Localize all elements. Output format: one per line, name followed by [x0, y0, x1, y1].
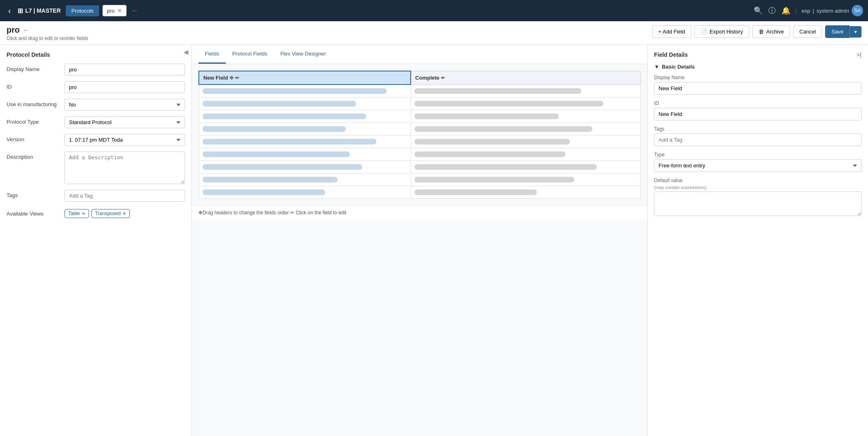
col1-header[interactable]: New Field ✥ ✏	[199, 71, 411, 85]
col1-cell[interactable]	[199, 148, 411, 161]
display-name-input[interactable]	[65, 64, 185, 76]
table-row[interactable]	[199, 161, 641, 174]
middle-panel: Fields Protocol Fields Flex View Designe…	[192, 45, 648, 436]
col1-cell[interactable]	[199, 136, 411, 148]
archive-button[interactable]: 🗑 Archive	[752, 25, 790, 38]
col1-cell[interactable]	[199, 123, 411, 136]
remove-table-view-icon[interactable]: ✕	[82, 211, 85, 216]
field-detail-type-label: Type	[654, 152, 861, 158]
subheader: pro ← Click and drag to edit or reorder …	[0, 21, 868, 45]
view-tag-table[interactable]: Table ✕	[65, 209, 89, 218]
tags-input[interactable]	[65, 190, 185, 202]
col2-cell	[411, 161, 640, 174]
app-logo: ⊞ L7 | MASTER	[18, 7, 61, 15]
protocols-tab[interactable]: Protocols	[66, 5, 99, 16]
col2-header-icons[interactable]: ✏	[441, 75, 445, 81]
user-label: esp	[801, 8, 810, 14]
table-row[interactable]	[199, 85, 641, 98]
col2-header[interactable]: Complete ✏	[411, 71, 640, 85]
table-row[interactable]	[199, 148, 641, 161]
user-section: esp | system admin SA	[801, 5, 863, 16]
back-button[interactable]: ‹	[5, 4, 14, 18]
nav-icon-group: 🔍 ⓘ 🔔	[754, 6, 790, 16]
page-title-row: pro ←	[7, 25, 88, 35]
available-views-row: Available Views Table ✕ Transposed ✕	[7, 207, 185, 218]
fields-preview-table: New Field ✥ ✏ Complete ✏	[198, 71, 641, 199]
help-icon[interactable]: ⓘ	[768, 6, 776, 16]
fields-table-area: New Field ✥ ✏ Complete ✏	[192, 64, 647, 205]
remove-transposed-view-icon[interactable]: ✕	[122, 211, 126, 216]
col1-cell[interactable]	[199, 110, 411, 123]
view-tag-transposed[interactable]: Transposed ✕	[91, 209, 130, 218]
main-content: Protocol Details ◀| Display Name ID Use …	[0, 45, 868, 436]
collapse-left-panel-icon[interactable]: ◀|	[184, 49, 189, 55]
export-history-button[interactable]: 📄 Export History	[694, 25, 749, 38]
close-tab-icon[interactable]: ✕	[117, 7, 122, 14]
tags-label: Tags	[7, 190, 60, 198]
default-value-subtext: (may contain expressions)	[654, 185, 861, 190]
field-detail-display-name-label: Display Name	[654, 75, 861, 80]
table-row[interactable]	[199, 123, 641, 136]
version-select[interactable]: 1. 07:17 pm MDT Toda	[65, 134, 185, 146]
tab-protocol-fields[interactable]: Protocol Fields	[226, 45, 274, 64]
id-input[interactable]	[65, 81, 185, 93]
description-textarea[interactable]	[65, 151, 185, 184]
col2-cell	[411, 85, 640, 98]
expand-right-panel-button[interactable]: >|	[857, 51, 861, 58]
tabs-bar: Fields Protocol Fields Flex View Designe…	[192, 45, 647, 64]
field-detail-default-value-input[interactable]	[654, 191, 861, 216]
col1-cell[interactable]	[199, 186, 411, 199]
use-in-manufacturing-row: Use in manufacturing No Yes	[7, 99, 185, 111]
drag-hint: ✥Drag headers to change the fields order…	[192, 205, 647, 220]
cancel-button[interactable]: Cancel	[793, 25, 822, 38]
logo-text: L7 | MASTER	[25, 7, 61, 14]
table-row[interactable]	[199, 174, 641, 186]
pencil-icon: ✏	[290, 210, 294, 216]
table-row[interactable]	[199, 110, 641, 123]
col1-cell[interactable]	[199, 85, 411, 98]
add-field-button[interactable]: + Add Field	[652, 25, 691, 38]
section-toggle-icon[interactable]: ▼	[654, 64, 659, 70]
tab-flex-view-designer[interactable]: Flex View Designer	[274, 45, 333, 64]
field-detail-type-select[interactable]: Free-form text entry	[654, 159, 861, 172]
save-dropdown-arrow[interactable]: ▼	[850, 26, 861, 38]
col2-cell	[411, 186, 640, 199]
field-detail-default-value-row: Default value (may contain expressions)	[654, 178, 861, 217]
pro-tab[interactable]: pro ✕	[102, 5, 127, 16]
use-in-manufacturing-select[interactable]: No Yes	[65, 99, 185, 111]
col2-cell	[411, 148, 640, 161]
save-button[interactable]: Save	[825, 25, 850, 38]
avatar[interactable]: SA	[852, 5, 863, 16]
user-name: system admin	[817, 8, 849, 14]
field-detail-id-row: ID	[654, 100, 861, 120]
notifications-icon[interactable]: 🔔	[781, 6, 790, 15]
right-panel-header: Field Details >|	[654, 51, 861, 58]
display-name-label: Display Name	[7, 64, 60, 72]
col1-header-icons[interactable]: ✥ ✏	[229, 75, 239, 81]
field-detail-display-name-input[interactable]	[654, 82, 861, 95]
col1-cell[interactable]	[199, 98, 411, 110]
col1-cell[interactable]	[199, 161, 411, 174]
table-row[interactable]	[199, 98, 641, 110]
table-row[interactable]	[199, 136, 641, 148]
description-label: Description	[7, 151, 60, 160]
field-detail-type-row: Type Free-form text entry	[654, 152, 861, 172]
tab-fields[interactable]: Fields	[198, 45, 226, 64]
search-icon[interactable]: 🔍	[754, 6, 763, 15]
col1-cell[interactable]	[199, 174, 411, 186]
subheader-hint: Click and drag to edit or reorder fields	[7, 36, 88, 41]
col2-header-label: Complete	[415, 75, 439, 81]
left-panel: Protocol Details ◀| Display Name ID Use …	[0, 45, 192, 436]
protocol-type-select[interactable]: Standard Protocol	[65, 116, 185, 128]
nav-divider2: |	[812, 8, 814, 14]
table-row[interactable]	[199, 186, 641, 199]
field-detail-tags-input[interactable]	[654, 133, 861, 146]
version-label: Version	[7, 134, 60, 142]
tags-row: Tags	[7, 190, 185, 202]
view-table-label: Table	[68, 211, 80, 216]
id-row: ID	[7, 81, 185, 93]
version-row: Version 1. 07:17 pm MDT Toda	[7, 134, 185, 146]
col2-cell	[411, 136, 640, 148]
nav-divider: |	[795, 8, 797, 14]
field-detail-id-input[interactable]	[654, 108, 861, 120]
